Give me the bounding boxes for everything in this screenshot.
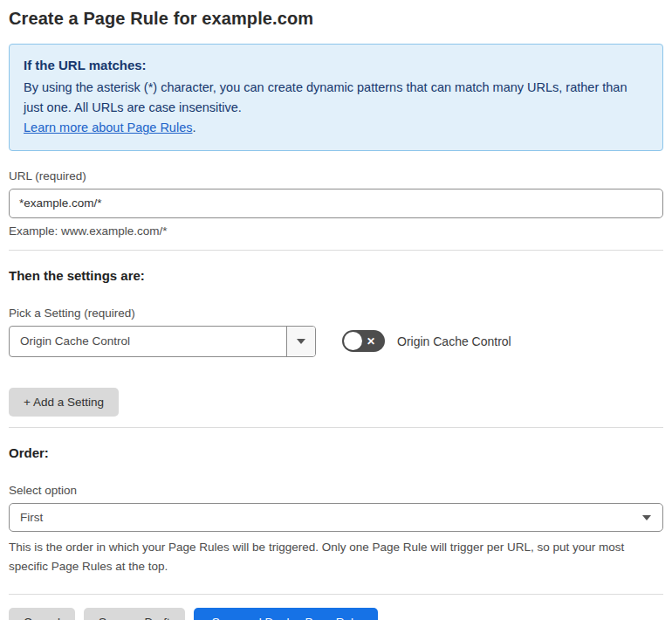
order-help-text: This is the order in which your Page Rul… [9, 538, 663, 577]
info-box-link-line: Learn more about Page Rules. [24, 118, 648, 138]
link-suffix: . [192, 121, 195, 134]
setting-select-caret-button[interactable] [286, 327, 315, 356]
order-select-value: First [20, 511, 43, 524]
setting-select[interactable]: Origin Cache Control [9, 326, 316, 357]
toggle-knob [344, 332, 362, 350]
add-setting-button[interactable]: + Add a Setting [9, 388, 119, 417]
divider [9, 250, 663, 251]
pick-setting-label: Pick a Setting (required) [9, 307, 663, 320]
url-input[interactable] [9, 189, 663, 218]
caret-down-icon [297, 339, 305, 344]
order-heading: Order: [9, 445, 663, 460]
settings-heading: Then the settings are: [9, 268, 663, 283]
setting-select-value: Origin Cache Control [10, 327, 286, 356]
save-and-deploy-button[interactable]: Save and Deploy Page Rule [194, 608, 379, 620]
settings-row: Origin Cache Control ✕ Origin Cache Cont… [9, 326, 663, 357]
origin-cache-control-toggle[interactable]: ✕ [342, 330, 385, 352]
footer-actions: Cancel Save as Draft Save and Deploy Pag… [9, 608, 663, 620]
info-box: If the URL matches: By using the asteris… [9, 44, 663, 151]
toggle-off-icon: ✕ [367, 336, 375, 347]
select-option-label: Select option [9, 484, 663, 497]
cancel-button[interactable]: Cancel [9, 608, 75, 620]
divider [9, 427, 663, 428]
order-select[interactable]: First [9, 503, 663, 532]
save-as-draft-button[interactable]: Save as Draft [84, 608, 185, 620]
url-label: URL (required) [9, 169, 663, 183]
divider [9, 594, 663, 595]
url-example-text: Example: www.example.com/* [9, 224, 663, 238]
info-box-heading: If the URL matches: [24, 55, 648, 76]
caret-down-icon [642, 515, 651, 520]
toggle-label: Origin Cache Control [397, 334, 511, 348]
learn-more-link[interactable]: Learn more about Page Rules [24, 121, 192, 134]
info-box-body: By using the asterisk (*) character, you… [24, 78, 648, 118]
page-title: Create a Page Rule for example.com [9, 9, 663, 29]
